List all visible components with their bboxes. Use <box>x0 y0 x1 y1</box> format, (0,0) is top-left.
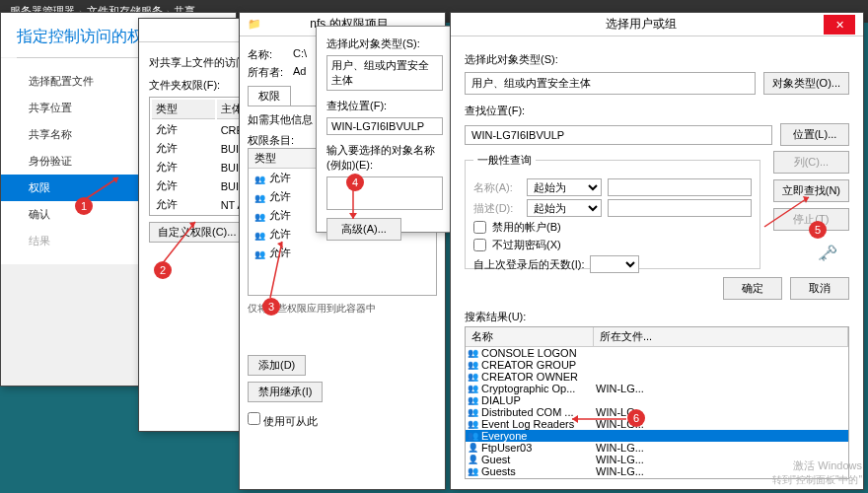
result-row[interactable]: CONSOLE LOGON <box>466 347 848 359</box>
desc-match-select[interactable]: 起始为 <box>527 199 602 217</box>
name-label: 名称: <box>248 47 287 62</box>
columns-button[interactable]: 列(C)... <box>773 151 849 174</box>
folder-icon: 📁 <box>248 18 261 31</box>
cancel-button[interactable]: 取消 <box>790 277 849 300</box>
group-icon <box>468 406 481 418</box>
result-row[interactable]: CREATOR OWNER <box>466 371 848 383</box>
stop-button[interactable]: 停止(T) <box>773 208 849 231</box>
group-icon <box>468 394 481 406</box>
group-icon <box>468 371 481 383</box>
group-icon <box>468 347 481 359</box>
results-label: 搜索结果(U): <box>465 310 849 324</box>
result-row[interactable]: Distributed COM ...WIN-LG... <box>466 406 848 418</box>
titlebar[interactable]: 选择用户或组 ✕ <box>451 13 863 36</box>
desc-input[interactable] <box>608 199 752 217</box>
user-icon <box>254 247 265 259</box>
location-label: 查找位置(F): <box>465 104 849 118</box>
owner-value: Ad <box>293 65 306 80</box>
object-type-field: 用户、组或内置安全主体 <box>326 55 443 91</box>
result-row[interactable]: Hyper-V Administ...WIN-LG... <box>466 477 848 479</box>
user-icon <box>254 210 265 222</box>
person-icon <box>468 454 481 465</box>
group-icon <box>468 430 481 442</box>
desc-label: 描述(D): <box>473 201 521 216</box>
group-icon <box>468 465 481 477</box>
customize-permissions-button[interactable]: 自定义权限(C)... <box>149 222 245 243</box>
close-icon[interactable]: ✕ <box>824 15 855 35</box>
object-name-input[interactable] <box>326 176 443 210</box>
object-type-label: 选择此对象类型(S): <box>465 52 849 67</box>
find-now-button[interactable]: 立即查找(N) <box>773 179 849 202</box>
user-icon <box>254 229 265 241</box>
object-type-field: 用户、组或内置安全主体 <box>465 72 756 95</box>
person-icon <box>468 442 481 454</box>
days-label: 自上次登录后的天数(I): <box>473 257 584 272</box>
query-criteria-fieldset: 一般性查询 名称(A): 起始为 描述(D): 起始为 禁用的帐户(B) 不过期… <box>465 153 760 269</box>
key-icon: 🗝️ <box>818 244 837 262</box>
group-icon <box>468 383 481 394</box>
col-folder[interactable]: 所在文件... <box>594 327 848 346</box>
group-icon <box>468 359 481 371</box>
result-row[interactable]: Cryptographic Op...WIN-LG... <box>466 383 848 394</box>
col-type[interactable]: 类型 <box>152 100 215 119</box>
window-title: 选择用户或组 <box>459 16 824 33</box>
name-value: C:\ <box>293 47 307 62</box>
user-icon <box>254 173 265 184</box>
result-row[interactable]: Event Log ReadersWIN-LG... <box>466 418 848 430</box>
object-types-button[interactable]: 对象类型(O)... <box>763 72 849 95</box>
object-name-label: 输入要选择的对象名称(例如)(E): <box>326 143 443 173</box>
advanced-button[interactable]: 高级(A)... <box>326 218 401 241</box>
apply-note: 仅将这些权限应用到此容器中 <box>248 302 437 316</box>
result-row[interactable]: GuestsWIN-LG... <box>466 465 848 477</box>
select-users-groups-dialog: 选择用户或组 ✕ 选择此对象类型(S): 用户、组或内置安全主体 对象类型(O)… <box>450 12 864 490</box>
name-match-select[interactable]: 起始为 <box>527 178 602 196</box>
result-row[interactable]: CREATOR GROUP <box>466 359 848 371</box>
group-icon <box>468 477 481 479</box>
disabled-accounts-label: 禁用的帐户(B) <box>492 220 561 235</box>
result-row[interactable]: Everyone <box>466 430 848 442</box>
name-input[interactable] <box>608 178 752 196</box>
group-icon <box>468 418 481 430</box>
object-type-label: 选择此对象类型(S): <box>326 36 443 51</box>
replace-checkbox[interactable] <box>248 412 260 425</box>
add-button[interactable]: 添加(D) <box>248 355 306 376</box>
criteria-legend: 一般性查询 <box>473 153 536 168</box>
noexpire-label: 不过期密码(X) <box>492 238 561 252</box>
tab-permissions[interactable]: 权限 <box>248 86 291 106</box>
disable-inherit-button[interactable]: 禁用继承(I) <box>248 382 323 402</box>
days-select[interactable] <box>590 255 639 273</box>
noexpire-checkbox[interactable] <box>473 239 486 251</box>
permission-entry[interactable]: 允许 <box>249 244 436 262</box>
location-field: WIN-LG7I6IBVULP <box>465 125 772 145</box>
select-object-small-dialog: 选择此对象类型(S): 用户、组或内置安全主体 查找位置(F): WIN-LG7… <box>316 26 454 233</box>
locations-button[interactable]: 位置(L)... <box>780 123 849 146</box>
result-row[interactable]: DIALUP <box>466 394 848 406</box>
result-row[interactable]: GuestWIN-LG... <box>466 454 848 465</box>
search-results-list[interactable]: 名称 所在文件... CONSOLE LOGONCREATOR GROUPCRE… <box>465 326 849 479</box>
disabled-accounts-checkbox[interactable] <box>473 221 486 234</box>
location-field: WIN-LG7I6IBVULP <box>326 117 443 135</box>
replace-label: 使用可从此 <box>263 415 318 427</box>
user-icon <box>254 191 265 203</box>
col-name[interactable]: 名称 <box>466 327 594 346</box>
name-label: 名称(A): <box>473 180 521 195</box>
location-label: 查找位置(F): <box>326 99 443 113</box>
owner-label: 所有者: <box>248 65 287 80</box>
result-row[interactable]: FtpUser03WIN-LG... <box>466 442 848 454</box>
